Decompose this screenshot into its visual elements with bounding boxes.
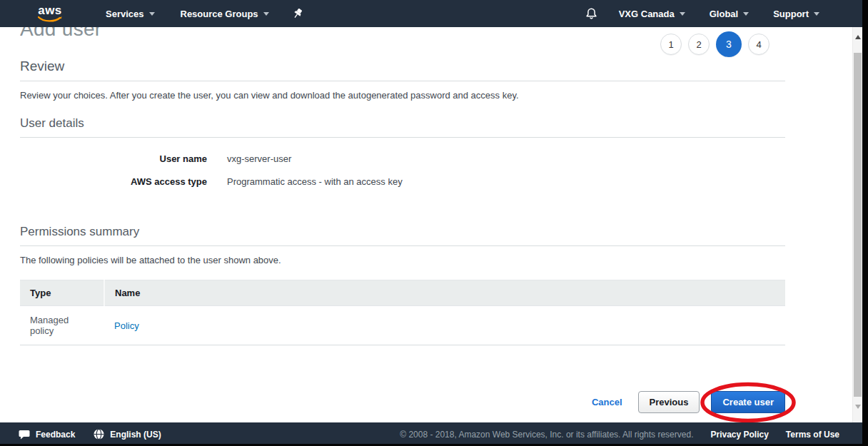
feedback-button[interactable]: Feedback — [19, 430, 75, 440]
wizard-actions: Cancel Previous Create user — [20, 391, 785, 413]
nav-support-menu[interactable]: Support — [770, 0, 822, 27]
nav-account-label: VXG Canada — [619, 9, 675, 19]
nav-left: Services Resource Groups — [103, 0, 303, 27]
footer: Feedback English (US) © 2008 - 2018, Ama… — [0, 422, 868, 446]
nav-account-menu[interactable]: VXG Canada — [616, 0, 688, 27]
policy-link[interactable]: Policy — [114, 320, 139, 331]
globe-icon — [94, 429, 104, 440]
bell-icon — [585, 7, 597, 20]
step-2[interactable]: 2 — [688, 34, 710, 55]
arrow-up-icon — [855, 35, 861, 39]
pushpin-icon — [292, 8, 303, 20]
username-label: User name — [20, 153, 207, 164]
detail-row-access-type: AWS access type Programmatic access - wi… — [20, 176, 785, 187]
scrollbar-thumb[interactable] — [854, 53, 862, 397]
chevron-down-icon — [743, 12, 749, 16]
user-details-list: User name vxg-server-user AWS access typ… — [20, 153, 785, 187]
previous-button[interactable]: Previous — [638, 391, 700, 413]
nav-region-menu[interactable]: Global — [707, 0, 752, 27]
step-indicator: 1 2 3 4 — [660, 31, 769, 57]
review-description: Review your choices. After you create th… — [20, 90, 785, 101]
policy-name-cell: Policy — [104, 306, 785, 345]
permissions-description: The following policies will be attached … — [20, 255, 785, 265]
nav-resource-groups[interactable]: Resource Groups — [178, 0, 272, 27]
policy-type-cell: Managed policy — [20, 306, 104, 345]
table-header-row: Type Name — [20, 280, 785, 306]
table-row: Managed policy Policy — [20, 306, 785, 345]
terms-of-use-link[interactable]: Terms of Use — [786, 430, 839, 440]
nav-region-label: Global — [710, 9, 738, 19]
nav-support-label: Support — [773, 9, 809, 19]
arrow-down-icon — [855, 405, 861, 409]
nav-services-label: Services — [106, 9, 144, 19]
privacy-policy-link[interactable]: Privacy Policy — [710, 430, 768, 440]
cancel-button[interactable]: Cancel — [592, 397, 622, 407]
language-label: English (US) — [110, 430, 161, 440]
col-header-type: Type — [20, 280, 104, 306]
user-details-heading: User details — [20, 116, 785, 138]
main-content: Add user Review Review your choices. Aft… — [20, 27, 785, 413]
chevron-down-icon — [149, 12, 155, 16]
scroll-down-button[interactable] — [853, 401, 863, 412]
step-4[interactable]: 4 — [748, 34, 769, 55]
chevron-down-icon — [680, 12, 685, 16]
nav-right: VXG Canada Global Support — [585, 0, 822, 27]
access-type-value: Programmatic access - with an access key — [227, 176, 403, 187]
top-nav: aws Services Resource Groups — [0, 0, 868, 27]
notifications-button[interactable] — [585, 7, 597, 20]
aws-logo[interactable]: aws — [37, 4, 63, 23]
vertical-scrollbar[interactable] — [852, 27, 862, 422]
step-3-active[interactable]: 3 — [716, 31, 742, 57]
chevron-down-icon — [263, 12, 269, 16]
feedback-label: Feedback — [36, 430, 75, 440]
permissions-summary-heading: Permissions summary — [20, 225, 785, 246]
nav-resource-groups-label: Resource Groups — [181, 9, 258, 19]
col-header-name: Name — [104, 280, 785, 306]
aws-logo-text: aws — [37, 4, 63, 16]
permissions-table: Type Name Managed policy Policy — [20, 280, 785, 345]
detail-row-username: User name vxg-server-user — [20, 153, 785, 164]
chevron-down-icon — [814, 12, 819, 16]
speech-bubble-icon — [19, 430, 30, 440]
nav-services[interactable]: Services — [103, 0, 158, 27]
step-1[interactable]: 1 — [660, 34, 682, 55]
screenshot-right-border — [862, 0, 868, 446]
create-user-button[interactable]: Create user — [711, 391, 785, 413]
scroll-up-button[interactable] — [853, 31, 863, 43]
copyright-text: © 2008 - 2018, Amazon Web Services, Inc.… — [400, 430, 693, 440]
pin-shortcut-button[interactable] — [292, 8, 303, 20]
username-value: vxg-server-user — [227, 153, 291, 164]
access-type-label: AWS access type — [20, 176, 207, 187]
review-heading: Review — [20, 59, 785, 81]
language-selector[interactable]: English (US) — [94, 429, 161, 440]
